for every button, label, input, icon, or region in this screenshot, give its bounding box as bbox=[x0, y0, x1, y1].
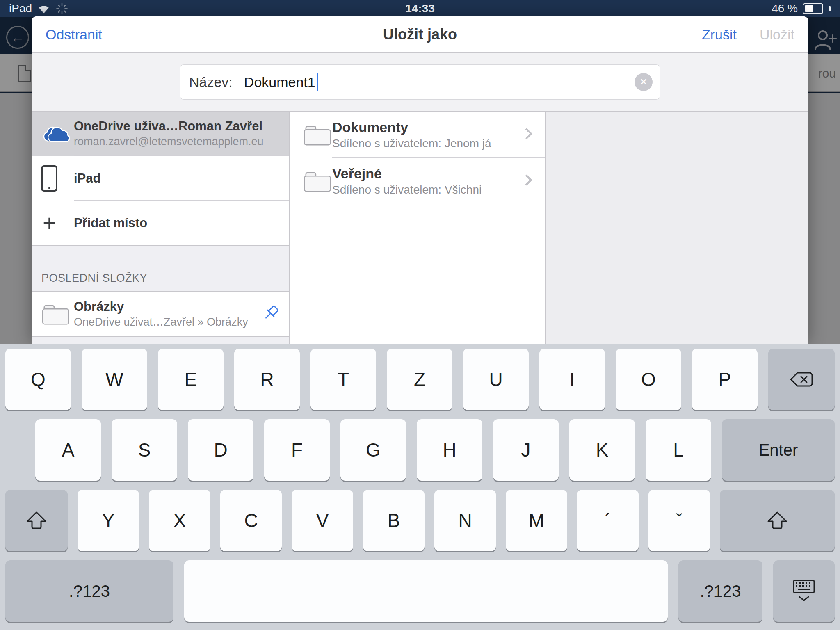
key-i[interactable]: I bbox=[539, 349, 605, 410]
pin-icon[interactable] bbox=[260, 304, 281, 325]
key-x[interactable]: X bbox=[149, 490, 210, 551]
plus-icon: + bbox=[43, 212, 56, 235]
place-title: iPad bbox=[74, 171, 100, 187]
key-space[interactable] bbox=[184, 560, 668, 622]
key-acute[interactable]: ´ bbox=[577, 490, 639, 551]
place-onedrive[interactable]: OneDrive uživa…Roman Zavřel roman.zavrel… bbox=[32, 112, 289, 156]
folder-list-panel: Dokumenty Sdíleno s uživatelem: Jenom já… bbox=[290, 112, 546, 344]
key-p[interactable]: P bbox=[692, 349, 758, 410]
key-sym-left[interactable]: .?123 bbox=[5, 560, 173, 622]
dialog-title: Uložit jako bbox=[32, 26, 808, 43]
dialog-header: Uložit jako Odstranit Zrušit Uložit bbox=[32, 16, 808, 53]
place-title: OneDrive uživa…Roman Zavřel bbox=[74, 119, 264, 135]
key-s[interactable]: S bbox=[112, 419, 177, 481]
places-panel: OneDrive uživa…Roman Zavřel roman.zavrel… bbox=[32, 112, 290, 344]
key-dismiss-keyboard[interactable] bbox=[773, 560, 835, 622]
key-t[interactable]: T bbox=[310, 349, 376, 410]
key-l[interactable]: L bbox=[646, 419, 711, 481]
key-h[interactable]: H bbox=[417, 419, 482, 481]
key-b[interactable]: B bbox=[363, 490, 425, 551]
chevron-right-icon bbox=[521, 128, 532, 139]
folder-title: Obrázky bbox=[74, 299, 248, 315]
folder-row-dokumenty[interactable]: Dokumenty Sdíleno s uživatelem: Jenom já bbox=[290, 112, 545, 158]
key-v[interactable]: V bbox=[292, 490, 353, 551]
place-ipad[interactable]: iPad bbox=[32, 156, 289, 201]
folder-subtitle: Sdíleno s uživatelem: Všichni bbox=[332, 183, 482, 197]
places-filler bbox=[32, 337, 289, 344]
folder-subtitle: Sdíleno s uživatelem: Jenom já bbox=[332, 136, 491, 151]
key-o[interactable]: O bbox=[616, 349, 681, 410]
place-add-location[interactable]: + Přidat místo bbox=[32, 201, 289, 246]
key-backspace[interactable] bbox=[768, 349, 835, 410]
onscreen-keyboard: QWERTZUIOP ASDFGHJKL Enter YXCVBNM´ˇ .?1… bbox=[0, 344, 840, 630]
key-n[interactable]: N bbox=[434, 490, 496, 551]
key-e[interactable]: E bbox=[158, 349, 224, 410]
key-c[interactable]: C bbox=[220, 490, 282, 551]
recent-folders-section-header: POSLEDNÍ SLOŽKY bbox=[32, 246, 289, 292]
filename-input[interactable]: Název: Dokument1 ✕ bbox=[180, 64, 660, 100]
key-u[interactable]: U bbox=[463, 349, 529, 410]
key-shift-right[interactable] bbox=[720, 490, 835, 551]
folder-icon bbox=[303, 123, 332, 147]
clear-filename-button[interactable]: ✕ bbox=[635, 73, 653, 91]
folder-icon bbox=[41, 302, 74, 326]
key-caron[interactable]: ˇ bbox=[648, 490, 710, 551]
status-time: 14:33 bbox=[0, 2, 840, 15]
place-subtitle: roman.zavrel@letemsvetemapplem.eu bbox=[74, 135, 264, 149]
ipad-icon bbox=[41, 165, 57, 192]
key-sym-right[interactable]: .?123 bbox=[678, 560, 762, 622]
key-w[interactable]: W bbox=[82, 349, 147, 410]
save-as-dialog: Uložit jako Odstranit Zrušit Uložit Náze… bbox=[32, 16, 808, 344]
folder-icon bbox=[303, 169, 332, 194]
filename-label: Název: bbox=[189, 74, 233, 90]
key-a[interactable]: A bbox=[35, 419, 101, 481]
text-cursor bbox=[317, 73, 318, 91]
key-z[interactable]: Z bbox=[387, 349, 452, 410]
place-title: Přidat místo bbox=[74, 215, 147, 231]
key-j[interactable]: J bbox=[493, 419, 559, 481]
folder-row-verejne[interactable]: Veřejné Sdíleno s uživatelem: Všichni bbox=[290, 158, 545, 204]
chevron-right-icon bbox=[521, 174, 532, 185]
recent-folder-obrazky[interactable]: Obrázky OneDrive uživat…Zavřel » Obrázky bbox=[32, 292, 289, 337]
battery-icon bbox=[803, 3, 823, 14]
key-r[interactable]: R bbox=[234, 349, 300, 410]
onedrive-icon bbox=[41, 124, 74, 144]
key-enter[interactable]: Enter bbox=[722, 419, 835, 481]
key-k[interactable]: K bbox=[569, 419, 635, 481]
folder-title: Veřejné bbox=[332, 165, 482, 183]
folder-title: Dokumenty bbox=[332, 119, 491, 136]
key-q[interactable]: Q bbox=[5, 349, 71, 410]
filename-value: Dokument1 bbox=[244, 74, 315, 90]
key-g[interactable]: G bbox=[340, 419, 406, 481]
key-d[interactable]: D bbox=[188, 419, 253, 481]
status-bar: iPad 14:33 46 % bbox=[0, 0, 840, 17]
key-f[interactable]: F bbox=[264, 419, 330, 481]
file-list-panel-empty bbox=[546, 112, 808, 344]
section-label: POSLEDNÍ SLOŽKY bbox=[41, 272, 147, 285]
filename-strip: Název: Dokument1 ✕ bbox=[32, 53, 808, 112]
folder-subtitle: OneDrive uživat…Zavřel » Obrázky bbox=[74, 315, 248, 329]
key-m[interactable]: M bbox=[506, 490, 567, 551]
key-y[interactable]: Y bbox=[78, 490, 139, 551]
key-shift-left[interactable] bbox=[5, 490, 68, 551]
